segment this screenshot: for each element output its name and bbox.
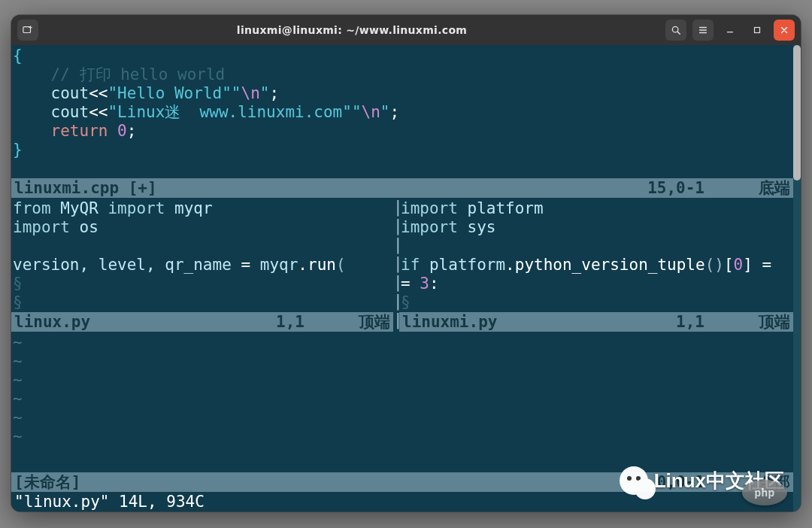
code-linux-py[interactable]: from MyQR import myqr import os version,…: [13, 199, 393, 312]
tab-plus-icon: [23, 25, 33, 35]
pane-cpp[interactable]: { // 打印 hello world cout<<"Hello World""…: [11, 45, 793, 178]
status-filename: linuxmi.py: [402, 313, 497, 332]
hamburger-menu-button[interactable]: [692, 20, 714, 41]
pane-unnamed[interactable]: ~~~~~~: [11, 332, 793, 492]
hamburger-icon: [698, 25, 708, 35]
minimize-button[interactable]: [720, 20, 741, 41]
maximize-button[interactable]: [747, 20, 768, 41]
search-button[interactable]: [665, 20, 686, 41]
status-filename: [未命名]: [14, 473, 80, 492]
status-filename: linux.py: [14, 313, 90, 332]
status-unnamed: [未命名] 0,0-1 全部: [11, 472, 793, 492]
code-cpp[interactable]: { // 打印 hello world cout<<"Hello World""…: [13, 47, 793, 159]
search-icon: [671, 25, 681, 35]
status-cpp: linuxmi.cpp [+] 15,0-1 底端: [11, 178, 793, 198]
status-filename: linuxmi.cpp [+]: [14, 179, 157, 198]
status-position: 1,1: [676, 313, 759, 332]
terminal-window: linuxmi@linuxmi: ~/www.linuxmi.com: [11, 15, 801, 511]
svg-rect-4: [755, 28, 760, 33]
status-position: 0,0-1: [657, 473, 759, 492]
titlebar: linuxmi@linuxmi: ~/www.linuxmi.com: [11, 15, 801, 45]
status-linuxmi-py: linuxmi.py 1,1 顶端: [399, 312, 793, 332]
vertical-split[interactable]: | | | | | | |: [393, 198, 399, 332]
window-title: linuxmi@linuxmi: ~/www.linuxmi.com: [237, 24, 467, 36]
svg-line-2: [677, 32, 680, 34]
editor-content: { // 打印 hello world cout<<"Hello World""…: [11, 45, 793, 511]
minimize-icon: [725, 25, 735, 35]
pane-linuxmi-py[interactable]: import platform import sys if platform.p…: [399, 198, 793, 312]
scrollbar[interactable]: [793, 45, 801, 511]
vim-cmdline[interactable]: "linux.py" 14L, 934C: [11, 492, 793, 511]
close-button[interactable]: [774, 20, 795, 41]
code-unnamed[interactable]: ~~~~~~: [13, 333, 793, 446]
pane-linux-py[interactable]: from MyQR import myqr import os version,…: [11, 198, 393, 312]
status-position: 15,0-1: [647, 179, 759, 198]
status-position: 1,1: [276, 313, 359, 332]
close-icon: [779, 25, 789, 35]
cmdline-text: "linux.py" 14L, 934C: [14, 493, 205, 511]
status-scroll: 顶端: [359, 313, 390, 332]
scrollbar-thumb[interactable]: [793, 45, 801, 181]
code-linuxmi-py[interactable]: import platform import sys if platform.p…: [401, 199, 793, 312]
status-scroll: 顶端: [759, 313, 790, 332]
status-linux-py: linux.py 1,1 顶端: [11, 312, 393, 332]
status-scroll: 底端: [759, 179, 790, 198]
maximize-icon: [752, 25, 762, 35]
status-scroll: 全部: [759, 473, 790, 492]
new-tab-button[interactable]: [17, 20, 38, 41]
